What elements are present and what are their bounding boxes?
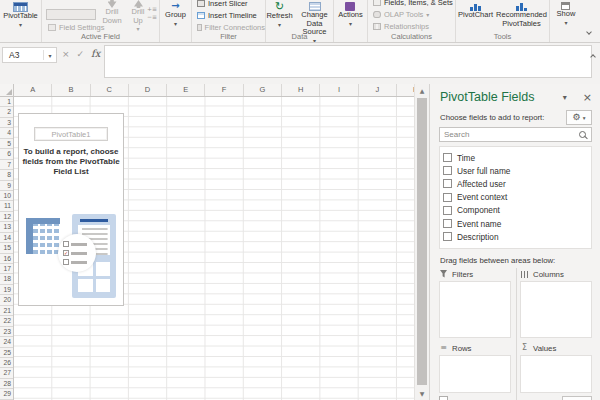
field-checkbox[interactable] [443,193,452,202]
column-header[interactable]: C [91,84,129,96]
row-header[interactable]: 8 [0,170,13,180]
active-field-input[interactable] [46,9,96,20]
worksheet-grid[interactable]: ABCDEFGHIJK 1234567891011121314151617181… [0,84,414,400]
fields-items-sets-button[interactable]: Fields, Items, & Sets [368,0,455,8]
insert-timeline-button[interactable]: Insert Timeline [192,10,265,21]
row-header[interactable]: 10 [0,191,13,201]
relationships-button[interactable]: Relationships [368,21,455,32]
field-checkbox[interactable] [443,179,452,188]
columns-drop-zone[interactable] [520,281,592,338]
row-header[interactable]: 11 [0,201,13,211]
row-header[interactable]: 19 [0,285,13,295]
insert-slicer-button[interactable]: Insert Slicer [192,0,265,9]
row-header[interactable]: 1 [0,97,13,107]
column-header[interactable]: D [129,84,167,96]
olap-tools-button[interactable]: OLAP Tools ▾ [368,9,455,20]
pane-options-caret-icon[interactable]: ▾ [563,93,567,102]
group-button[interactable]: → Group ▾ [165,2,186,27]
rows-drop-zone[interactable] [439,355,511,393]
field-item[interactable]: Affected user [443,177,588,190]
field-checkbox[interactable] [443,206,452,215]
cancel-icon[interactable]: × [62,49,70,59]
row-header[interactable]: 14 [0,233,13,243]
field-item[interactable]: User full name [443,164,588,177]
show-button[interactable]: Show ▾ [557,2,576,26]
row-header[interactable]: 22 [0,316,13,326]
row-header[interactable]: 18 [0,274,13,284]
field-item[interactable]: Description [443,230,588,243]
field-checkbox[interactable] [443,153,452,162]
scroll-up-icon[interactable]: ▲ [415,84,429,97]
row-header[interactable]: 12 [0,212,13,222]
row-header[interactable]: 15 [0,243,13,253]
defer-layout-checkbox[interactable] [439,396,448,400]
column-header[interactable]: B [52,84,90,96]
formula-input[interactable] [104,45,592,78]
column-header[interactable]: J [359,84,397,96]
ribbon-group-show: Show ▾ [550,0,582,42]
row-header[interactable]: 2 [0,107,13,117]
name-box-caret-icon[interactable]: ▾ [44,52,56,59]
pivotchart-button[interactable]: PivotChart [459,2,493,28]
name-box[interactable]: A3 ▾ [2,47,57,63]
actions-label: Actions [338,11,363,20]
row-header[interactable]: 26 [0,358,13,368]
column-header[interactable]: I [320,84,358,96]
field-item[interactable]: Event context [443,191,588,204]
scroll-down-icon[interactable]: ▼ [415,387,429,400]
fields-items-sets-label: Fields, Items, & Sets [384,0,453,7]
drill-down-button[interactable]: Drill Down [99,0,125,25]
row-header[interactable]: 27 [0,368,13,378]
row-header[interactable]: 20 [0,295,13,305]
recommended-pivottables-button[interactable]: Recommended PivotTables [497,2,547,28]
pivottable-button[interactable]: PivotTable ▾ [3,2,38,28]
column-header[interactable]: K [397,84,414,96]
values-drop-zone[interactable] [520,355,592,393]
collapse-field-icon[interactable]: −≡ [147,14,157,19]
update-button[interactable] [562,396,592,400]
ribbon-group-pivottable: PivotTable ▾ [0,0,42,42]
row-header[interactable]: 7 [0,160,13,170]
filter-connections-icon [197,24,202,31]
expand-field-icon[interactable]: +≡ [147,6,157,11]
search-box[interactable] [439,127,592,142]
areas-section: Filters Columns ≡ Rows Σ [439,268,592,400]
row-header[interactable]: 29 [0,389,13,399]
row-header[interactable]: 24 [0,337,13,347]
column-header[interactable]: G [244,84,282,96]
row-header[interactable]: 4 [0,128,13,138]
insert-function-icon[interactable]: fx [91,48,100,59]
vertical-scrollbar[interactable]: ▲ ▼ [414,84,429,400]
actions-button[interactable]: Actions ▾ [338,2,363,27]
row-header[interactable]: 16 [0,254,13,264]
row-header[interactable]: 23 [0,327,13,337]
row-header[interactable]: 6 [0,149,13,159]
row-header[interactable]: 17 [0,264,13,274]
column-header[interactable]: A [14,84,52,96]
filters-drop-zone[interactable] [439,281,511,338]
field-checkbox[interactable] [443,219,452,228]
enter-icon[interactable]: ✓ [77,49,85,59]
row-header[interactable]: 13 [0,222,13,232]
tools-gear-button[interactable]: ⚙ ▾ [566,110,592,125]
column-header[interactable]: H [282,84,320,96]
field-checkbox[interactable] [443,166,452,175]
row-header[interactable]: 21 [0,306,13,316]
field-item[interactable]: Component [443,204,588,217]
collapse-ribbon-icon[interactable] [586,29,592,35]
field-checkbox[interactable] [443,232,452,241]
row-header[interactable]: 3 [0,118,13,128]
scrollbar-thumb[interactable] [417,98,427,385]
pane-close-icon[interactable]: × [583,91,592,104]
column-header[interactable]: E [167,84,205,96]
column-header[interactable]: F [205,84,243,96]
pivottable-placeholder[interactable]: PivotTable1 To build a report, choose fi… [18,113,124,306]
select-all-corner[interactable] [0,84,14,97]
row-header[interactable]: 5 [0,139,13,149]
row-header[interactable]: 25 [0,348,13,358]
search-input[interactable] [440,130,579,139]
row-header[interactable]: 9 [0,181,13,191]
field-item[interactable]: Event name [443,217,588,230]
field-item[interactable]: Time [443,151,588,164]
row-header[interactable]: 28 [0,379,13,389]
